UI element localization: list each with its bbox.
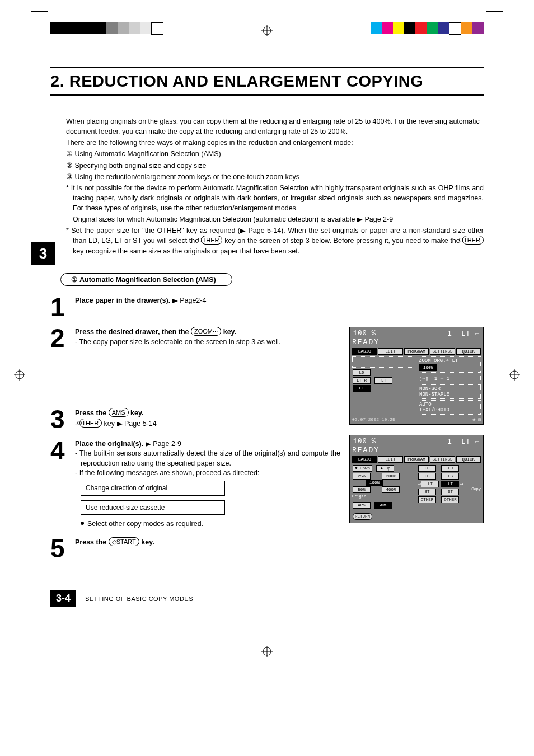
paper-size: LT	[461, 330, 470, 338]
up-button[interactable]: ▲ Up	[376, 465, 394, 472]
ams-subheading: ① Automatic Magnification Selection (AMS…	[60, 273, 232, 286]
step-1-lead: Place paper in the drawer(s).	[75, 297, 170, 304]
drawer-ltr[interactable]: LT-R	[353, 377, 371, 384]
copy-lt[interactable]: LT	[441, 481, 459, 487]
copy-ld[interactable]: LD	[441, 465, 459, 472]
title-rule-top	[50, 67, 484, 68]
step-2: 2 Press the desired drawer, then the ZOO…	[50, 327, 340, 350]
screen-tab-program[interactable]: PROGRAM	[404, 456, 429, 463]
step-4-number: 4	[50, 439, 75, 529]
copy-st[interactable]: ST	[441, 489, 459, 495]
step-3: 3 Press the AMS key. - OTHER key Page 5-…	[50, 408, 340, 431]
step-1-number: 1	[50, 296, 75, 319]
bullet-icon	[81, 522, 84, 525]
step-3-number: 3	[50, 408, 75, 431]
mode-box[interactable]: AUTO TEXT/PHOTO	[418, 400, 481, 415]
intro-note1-text: It is not possible for the device to per…	[71, 184, 484, 212]
step-5-number: 5	[50, 537, 75, 560]
ams-button[interactable]: AMS	[374, 502, 392, 509]
step-4-sub1: - The built-in sensors automatically det…	[75, 449, 340, 468]
screen-tab-basic[interactable]: BASIC	[352, 348, 377, 355]
arrow-icon	[240, 229, 246, 233]
intro-note1b-text: Original sizes for which Automatic Magni…	[73, 215, 355, 223]
screen-tab-settings[interactable]: SETTINGS	[430, 456, 455, 463]
step-5-lead-b: key.	[139, 538, 154, 546]
crop-mark-tl	[31, 11, 48, 29]
step-3-lead-b: key.	[129, 409, 144, 417]
screen-icons: ◉ ▤	[473, 417, 481, 422]
zoom-label: ZOOM	[419, 358, 431, 364]
step-4-lead: Place the original(s).	[75, 440, 143, 448]
down-button[interactable]: ▼ Down	[353, 465, 372, 472]
subhead-text: Automatic Magnification Selection (AMS)	[79, 276, 216, 284]
step-2-number: 2	[50, 327, 75, 350]
step-4-sub2: - If the following messages are shown, p…	[75, 468, 340, 478]
zoom-200[interactable]: 200%	[382, 473, 400, 480]
orig-other[interactable]: OTHER	[418, 496, 436, 503]
intro-li1: ① Using Automatic Magnification Selectio…	[66, 149, 484, 159]
intro-text: When placing originals on the glass, you…	[50, 116, 484, 256]
zoom-keycap: ZOOM···	[191, 327, 221, 336]
screen-tab-settings[interactable]: SETTINGS	[430, 348, 455, 355]
print-crop-marks	[0, 0, 534, 34]
zoom-50[interactable]: 50%	[353, 486, 371, 493]
page-number: 3-4	[50, 590, 76, 607]
arrow-icon	[117, 422, 123, 426]
start-key-text: START	[116, 538, 136, 545]
screen-tabs: BASICEDITPROGRAMSETTINGSQUICK	[352, 348, 481, 355]
return-button[interactable]: RETURN	[353, 513, 372, 520]
message-box-1: Change direction of original	[81, 481, 225, 496]
zoom-percent: 100 %	[353, 438, 376, 446]
origin-label: Origin	[352, 494, 366, 499]
step-4-bullet-text: Select other copy modes as required.	[87, 520, 203, 528]
other-keycap: OTHER	[79, 419, 102, 428]
orig-ld[interactable]: LD	[418, 465, 436, 472]
drawer-lt-active[interactable]: LT	[353, 385, 371, 392]
step-3-sub-ref: Page 5-14	[124, 420, 157, 428]
intro-li3-text: Using the reduction/enlargement zoom key…	[74, 173, 299, 181]
copy-lg[interactable]: LG	[441, 473, 459, 480]
copy-other[interactable]: OTHER	[441, 496, 459, 503]
screen-tab-quick[interactable]: QUICK	[456, 348, 481, 355]
intro-note1: * It is not possible for the device to p…	[66, 183, 484, 213]
lcd-screen-zoom: 100 % 1 LT ▭ READY BASICEDITPROGRAMSETTI…	[349, 435, 484, 523]
intro-p2: There are the following three ways of ma…	[66, 138, 484, 148]
intro-li1-text: Using Automatic Magnification Selection …	[74, 150, 221, 158]
intro-note2: * Set the paper size for "the OTHER" key…	[66, 226, 484, 256]
paper-size: LT	[461, 438, 470, 446]
screen-tab-quick[interactable]: QUICK	[456, 456, 481, 463]
drawer-lt[interactable]: LT	[374, 377, 392, 384]
orig-lg[interactable]: LG	[418, 473, 436, 480]
orig-st[interactable]: ST	[418, 489, 436, 495]
screen-tabs: BASICEDITPROGRAMSETTINGSQUICK	[352, 456, 481, 463]
duplex-value: 1 → 1	[434, 376, 449, 382]
screen-tab-edit[interactable]: EDIT	[378, 456, 402, 463]
sort-box[interactable]: NON-SORT NON-STAPLE	[418, 384, 481, 399]
zoom-value[interactable]: 100%	[419, 364, 437, 371]
intro-note2a: Set the paper size for "the OTHER" key a…	[71, 227, 240, 234]
title-rule-bottom	[50, 94, 484, 96]
zoom-400[interactable]: 400%	[382, 486, 400, 493]
start-keycap: ◇START	[109, 537, 139, 546]
step-4: 4 Place the original(s). Page 2-9 - The …	[50, 439, 340, 529]
org-label: ORG.➜ LT	[434, 358, 458, 364]
screen-tab-edit[interactable]: EDIT	[378, 348, 402, 355]
footer-text: SETTING OF BASIC COPY MODES	[85, 595, 193, 602]
page-title: 2. REDUCTION AND ENLARGEMENT COPYING	[50, 72, 484, 91]
intro-li3: ③ Using the reduction/enlargement zoom k…	[66, 172, 484, 182]
intro-note1b-ref: Page 2-9	[364, 215, 393, 223]
arrow-icon	[172, 299, 178, 303]
drawer-ld[interactable]: LD	[353, 369, 371, 376]
intro-note2b: key on the screen of step 3 below. Befor…	[222, 237, 462, 245]
message-box-2: Use reduced-size cassette	[81, 500, 225, 515]
aps-button[interactable]: APS	[353, 502, 371, 509]
step-1: 1 Place paper in the drawer(s). Page2-4	[50, 296, 484, 319]
zoom-percent: 100 %	[353, 330, 376, 338]
step-5-lead-a: Press the	[75, 538, 109, 546]
screen-tab-basic[interactable]: BASIC	[352, 456, 377, 463]
orig-lt[interactable]: LT	[421, 481, 439, 487]
screen-tab-program[interactable]: PROGRAM	[404, 348, 429, 355]
step-2-sub: - The copy paper size is selectable on t…	[75, 337, 340, 348]
duplex-box[interactable]: ▯→▯ 1 → 1	[418, 374, 481, 383]
arrow-icon	[357, 218, 363, 222]
